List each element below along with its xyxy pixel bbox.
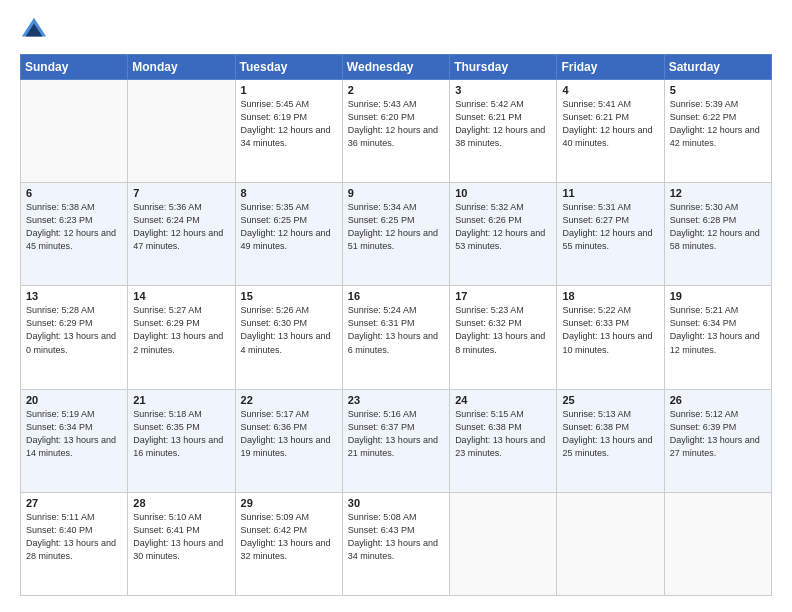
calendar-cell: 24Sunrise: 5:15 AM Sunset: 6:38 PM Dayli… — [450, 389, 557, 492]
calendar-cell — [557, 492, 664, 595]
calendar-cell — [128, 80, 235, 183]
day-number: 14 — [133, 290, 229, 302]
calendar-cell: 4Sunrise: 5:41 AM Sunset: 6:21 PM Daylig… — [557, 80, 664, 183]
calendar-cell: 11Sunrise: 5:31 AM Sunset: 6:27 PM Dayli… — [557, 183, 664, 286]
day-number: 13 — [26, 290, 122, 302]
calendar-week-row: 13Sunrise: 5:28 AM Sunset: 6:29 PM Dayli… — [21, 286, 772, 389]
calendar-cell: 3Sunrise: 5:42 AM Sunset: 6:21 PM Daylig… — [450, 80, 557, 183]
weekday-header-monday: Monday — [128, 55, 235, 80]
day-number: 12 — [670, 187, 766, 199]
calendar-week-row: 1Sunrise: 5:45 AM Sunset: 6:19 PM Daylig… — [21, 80, 772, 183]
day-info: Sunrise: 5:26 AM Sunset: 6:30 PM Dayligh… — [241, 304, 337, 356]
calendar-cell: 19Sunrise: 5:21 AM Sunset: 6:34 PM Dayli… — [664, 286, 771, 389]
day-info: Sunrise: 5:23 AM Sunset: 6:32 PM Dayligh… — [455, 304, 551, 356]
day-info: Sunrise: 5:11 AM Sunset: 6:40 PM Dayligh… — [26, 511, 122, 563]
day-info: Sunrise: 5:43 AM Sunset: 6:20 PM Dayligh… — [348, 98, 444, 150]
day-info: Sunrise: 5:16 AM Sunset: 6:37 PM Dayligh… — [348, 408, 444, 460]
day-number: 6 — [26, 187, 122, 199]
day-number: 30 — [348, 497, 444, 509]
calendar-cell: 6Sunrise: 5:38 AM Sunset: 6:23 PM Daylig… — [21, 183, 128, 286]
day-number: 11 — [562, 187, 658, 199]
calendar-cell: 13Sunrise: 5:28 AM Sunset: 6:29 PM Dayli… — [21, 286, 128, 389]
calendar-cell: 30Sunrise: 5:08 AM Sunset: 6:43 PM Dayli… — [342, 492, 449, 595]
day-number: 10 — [455, 187, 551, 199]
day-info: Sunrise: 5:41 AM Sunset: 6:21 PM Dayligh… — [562, 98, 658, 150]
day-info: Sunrise: 5:21 AM Sunset: 6:34 PM Dayligh… — [670, 304, 766, 356]
day-number: 23 — [348, 394, 444, 406]
day-number: 1 — [241, 84, 337, 96]
day-number: 5 — [670, 84, 766, 96]
day-info: Sunrise: 5:12 AM Sunset: 6:39 PM Dayligh… — [670, 408, 766, 460]
day-info: Sunrise: 5:39 AM Sunset: 6:22 PM Dayligh… — [670, 98, 766, 150]
calendar-cell — [664, 492, 771, 595]
day-info: Sunrise: 5:13 AM Sunset: 6:38 PM Dayligh… — [562, 408, 658, 460]
day-number: 16 — [348, 290, 444, 302]
calendar-cell: 28Sunrise: 5:10 AM Sunset: 6:41 PM Dayli… — [128, 492, 235, 595]
calendar-cell: 2Sunrise: 5:43 AM Sunset: 6:20 PM Daylig… — [342, 80, 449, 183]
calendar-cell: 25Sunrise: 5:13 AM Sunset: 6:38 PM Dayli… — [557, 389, 664, 492]
day-info: Sunrise: 5:36 AM Sunset: 6:24 PM Dayligh… — [133, 201, 229, 253]
day-number: 9 — [348, 187, 444, 199]
day-number: 27 — [26, 497, 122, 509]
calendar-cell: 12Sunrise: 5:30 AM Sunset: 6:28 PM Dayli… — [664, 183, 771, 286]
calendar-week-row: 6Sunrise: 5:38 AM Sunset: 6:23 PM Daylig… — [21, 183, 772, 286]
day-info: Sunrise: 5:09 AM Sunset: 6:42 PM Dayligh… — [241, 511, 337, 563]
calendar-cell: 14Sunrise: 5:27 AM Sunset: 6:29 PM Dayli… — [128, 286, 235, 389]
calendar-cell: 7Sunrise: 5:36 AM Sunset: 6:24 PM Daylig… — [128, 183, 235, 286]
calendar-cell: 9Sunrise: 5:34 AM Sunset: 6:25 PM Daylig… — [342, 183, 449, 286]
day-number: 4 — [562, 84, 658, 96]
weekday-header-tuesday: Tuesday — [235, 55, 342, 80]
weekday-header-wednesday: Wednesday — [342, 55, 449, 80]
calendar-cell: 22Sunrise: 5:17 AM Sunset: 6:36 PM Dayli… — [235, 389, 342, 492]
day-number: 8 — [241, 187, 337, 199]
day-info: Sunrise: 5:10 AM Sunset: 6:41 PM Dayligh… — [133, 511, 229, 563]
calendar-cell: 8Sunrise: 5:35 AM Sunset: 6:25 PM Daylig… — [235, 183, 342, 286]
day-number: 28 — [133, 497, 229, 509]
calendar-cell — [450, 492, 557, 595]
calendar-cell: 21Sunrise: 5:18 AM Sunset: 6:35 PM Dayli… — [128, 389, 235, 492]
logo-icon — [20, 16, 48, 44]
day-number: 2 — [348, 84, 444, 96]
calendar-week-row: 27Sunrise: 5:11 AM Sunset: 6:40 PM Dayli… — [21, 492, 772, 595]
day-info: Sunrise: 5:27 AM Sunset: 6:29 PM Dayligh… — [133, 304, 229, 356]
calendar-header-row: SundayMondayTuesdayWednesdayThursdayFrid… — [21, 55, 772, 80]
calendar-cell: 15Sunrise: 5:26 AM Sunset: 6:30 PM Dayli… — [235, 286, 342, 389]
day-info: Sunrise: 5:35 AM Sunset: 6:25 PM Dayligh… — [241, 201, 337, 253]
day-number: 20 — [26, 394, 122, 406]
calendar-cell: 20Sunrise: 5:19 AM Sunset: 6:34 PM Dayli… — [21, 389, 128, 492]
day-number: 15 — [241, 290, 337, 302]
day-info: Sunrise: 5:22 AM Sunset: 6:33 PM Dayligh… — [562, 304, 658, 356]
day-number: 7 — [133, 187, 229, 199]
day-info: Sunrise: 5:18 AM Sunset: 6:35 PM Dayligh… — [133, 408, 229, 460]
day-number: 26 — [670, 394, 766, 406]
page: SundayMondayTuesdayWednesdayThursdayFrid… — [0, 0, 792, 612]
calendar-week-row: 20Sunrise: 5:19 AM Sunset: 6:34 PM Dayli… — [21, 389, 772, 492]
day-info: Sunrise: 5:34 AM Sunset: 6:25 PM Dayligh… — [348, 201, 444, 253]
logo — [20, 16, 52, 44]
day-info: Sunrise: 5:19 AM Sunset: 6:34 PM Dayligh… — [26, 408, 122, 460]
day-info: Sunrise: 5:30 AM Sunset: 6:28 PM Dayligh… — [670, 201, 766, 253]
calendar-cell: 1Sunrise: 5:45 AM Sunset: 6:19 PM Daylig… — [235, 80, 342, 183]
weekday-header-thursday: Thursday — [450, 55, 557, 80]
weekday-header-saturday: Saturday — [664, 55, 771, 80]
calendar-cell: 10Sunrise: 5:32 AM Sunset: 6:26 PM Dayli… — [450, 183, 557, 286]
calendar-cell: 23Sunrise: 5:16 AM Sunset: 6:37 PM Dayli… — [342, 389, 449, 492]
day-info: Sunrise: 5:45 AM Sunset: 6:19 PM Dayligh… — [241, 98, 337, 150]
calendar-cell: 27Sunrise: 5:11 AM Sunset: 6:40 PM Dayli… — [21, 492, 128, 595]
calendar-cell: 26Sunrise: 5:12 AM Sunset: 6:39 PM Dayli… — [664, 389, 771, 492]
day-info: Sunrise: 5:42 AM Sunset: 6:21 PM Dayligh… — [455, 98, 551, 150]
day-info: Sunrise: 5:38 AM Sunset: 6:23 PM Dayligh… — [26, 201, 122, 253]
day-info: Sunrise: 5:15 AM Sunset: 6:38 PM Dayligh… — [455, 408, 551, 460]
calendar-table: SundayMondayTuesdayWednesdayThursdayFrid… — [20, 54, 772, 596]
weekday-header-sunday: Sunday — [21, 55, 128, 80]
day-number: 21 — [133, 394, 229, 406]
calendar-cell: 16Sunrise: 5:24 AM Sunset: 6:31 PM Dayli… — [342, 286, 449, 389]
calendar-cell: 5Sunrise: 5:39 AM Sunset: 6:22 PM Daylig… — [664, 80, 771, 183]
day-info: Sunrise: 5:17 AM Sunset: 6:36 PM Dayligh… — [241, 408, 337, 460]
day-number: 17 — [455, 290, 551, 302]
day-number: 22 — [241, 394, 337, 406]
day-info: Sunrise: 5:28 AM Sunset: 6:29 PM Dayligh… — [26, 304, 122, 356]
weekday-header-friday: Friday — [557, 55, 664, 80]
calendar-cell: 18Sunrise: 5:22 AM Sunset: 6:33 PM Dayli… — [557, 286, 664, 389]
day-info: Sunrise: 5:24 AM Sunset: 6:31 PM Dayligh… — [348, 304, 444, 356]
